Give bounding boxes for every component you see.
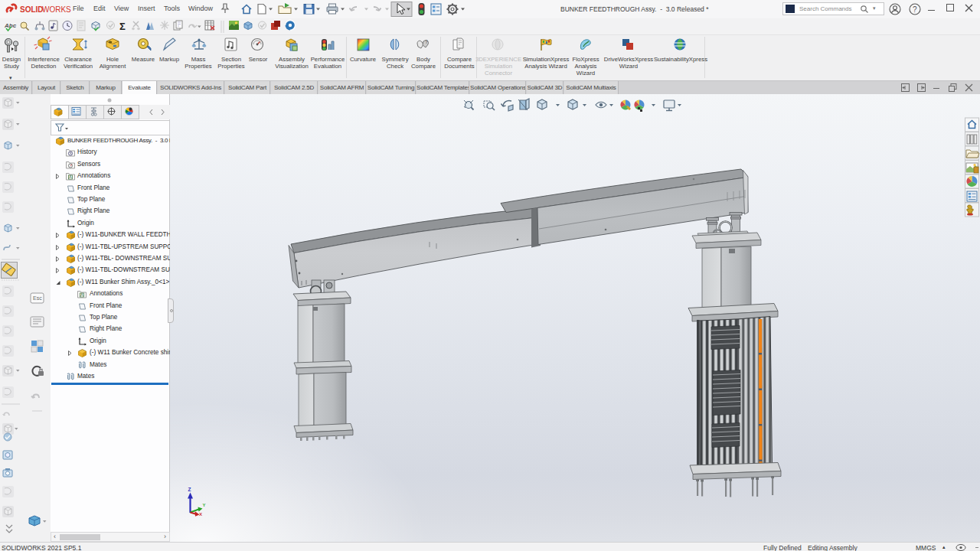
svg-text:X: X (199, 512, 202, 517)
svg-text:Y: Y (203, 503, 206, 507)
svg-text:?: ? (425, 39, 428, 44)
svg-text:Z: Z (188, 487, 191, 492)
